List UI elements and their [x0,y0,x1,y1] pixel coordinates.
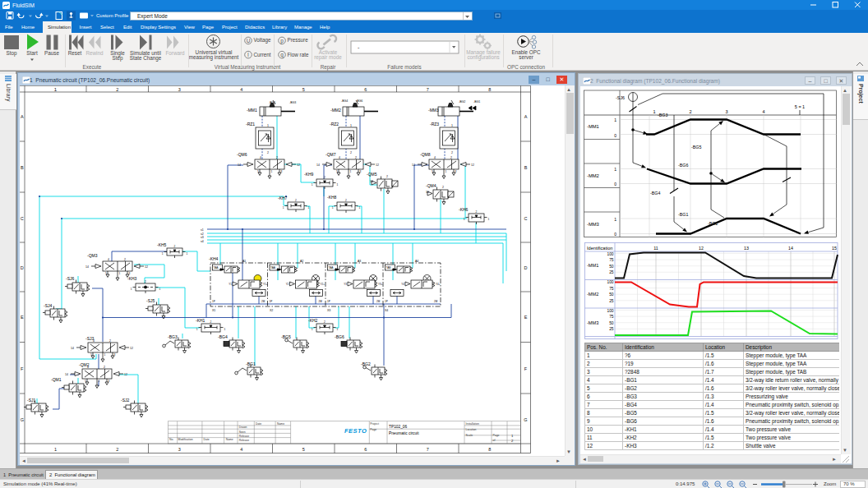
svg-text:-BG2: -BG2 [459,100,465,104]
svg-text:-SJ2: -SJ2 [121,398,130,403]
svg-text:-BG4: -BG4 [341,99,348,103]
svg-text:-MM2: -MM2 [330,108,341,113]
svg-text:Y4: Y4 [401,283,404,286]
svg-text:1: 1 [283,206,284,209]
svg-text:5: 5 [90,353,92,357]
svg-text:Y2+: Y2+ [321,283,326,286]
svg-text:4: 4 [240,447,242,452]
svg-text:12: 12 [471,163,474,167]
svg-text:7: 7 [427,447,429,452]
svg-text:1: 1 [131,288,132,291]
svg-text:X1: X1 [212,309,215,312]
svg-text:-BG6: -BG6 [335,334,344,339]
svg-text:G: G [524,417,527,422]
svg-text:-BG5: -BG5 [269,101,275,104]
svg-text:p: p [280,38,284,44]
svg-text:1P: 1P [385,300,388,303]
svg-text:50: 50 [609,265,614,269]
svg-text:B: B [524,165,528,170]
svg-text:1P: 1P [212,300,215,303]
svg-text:Location: Location [466,428,477,431]
svg-text:2: 2 [174,245,176,248]
svg-text:-QM8: -QM8 [420,152,431,157]
svg-text:A4: A4 [415,260,418,263]
svg-text:-BG6: -BG6 [678,163,688,168]
svg-text:1: 1 [99,380,100,383]
svg-text:2: 2 [451,151,453,154]
svg-text:Name: Name [277,422,284,426]
svg-text:E: E [524,315,528,320]
svg-text:3: 3 [281,170,283,173]
svg-text:A: A [21,114,24,119]
svg-text:2: 2 [450,156,452,159]
svg-text:14: 14 [788,246,793,251]
svg-text:-RZ3: -RZ3 [430,122,439,127]
svg-text:5: 5 [105,272,107,275]
svg-text:50: 50 [609,321,614,325]
svg-text:1: 1 [464,218,465,221]
svg-text:14: 14 [65,373,68,376]
svg-text:-KH7: -KH7 [278,196,288,200]
svg-text:-BG2: -BG2 [708,221,718,226]
svg-text:1: 1 [614,217,616,222]
svg-text:25: 25 [609,270,614,274]
svg-text:Installation: Installation [466,422,479,426]
svg-text:10: 10 [370,180,373,183]
svg-text:-MM1: -MM1 [247,108,257,113]
svg-text:1: 1 [54,87,58,92]
svg-text:-BG4: -BG4 [218,334,228,339]
svg-text:X4: X4 [385,309,388,312]
svg-text:12: 12 [124,373,127,376]
svg-text:2: 2 [442,186,444,189]
svg-text:-BG4: -BG4 [650,191,660,196]
svg-text:TAA: TAA [329,266,335,269]
svg-text:-KH6: -KH6 [459,207,469,212]
svg-text:A3: A3 [358,260,361,263]
svg-text:5 = 1: 5 = 1 [795,104,805,109]
svg-text:5: 5 [432,170,433,173]
svg-text:-BG5: -BG5 [281,334,291,339]
svg-text:2: 2 [276,156,278,159]
svg-text:Y2: Y2 [286,283,289,286]
svg-text:-SJ5: -SJ5 [146,298,155,303]
svg-text:-RZ2: -RZ2 [330,122,339,127]
svg-text:A: A [524,114,528,119]
svg-text:3: 3 [108,380,110,383]
svg-text:3: 3 [360,170,362,173]
svg-text:Y1: Y1 [229,283,232,286]
svg-text:4: 4 [108,258,109,261]
svg-text:X3: X3 [327,309,330,312]
svg-text:2: 2 [116,447,118,452]
svg-text:1: 1 [446,170,447,173]
svg-text:C: C [524,216,528,221]
svg-text:Y3+: Y3+ [378,283,383,286]
svg-text:14: 14 [71,347,74,350]
svg-text:4: 4 [434,156,436,159]
svg-text:2M: 2M [261,300,265,303]
svg-text:X2: X2 [270,309,273,312]
svg-text:100: 100 [607,309,613,313]
svg-text:-KH5: -KH5 [157,242,167,247]
svg-text:1: 1 [350,170,352,173]
svg-text:-MM3: -MM3 [587,320,598,325]
svg-text:1: 1 [119,272,121,275]
svg-text:25: 25 [609,299,614,303]
svg-text:2: 2 [210,320,212,324]
svg-text:14: 14 [238,163,241,167]
svg-text:A2: A2 [300,260,303,263]
svg-text:-MM2: -MM2 [587,173,599,178]
svg-text:-SJ3: -SJ3 [85,336,95,341]
svg-text:-QM1: -QM1 [51,377,62,382]
svg-text:1: 1 [224,328,226,331]
svg-text:G: G [21,417,24,422]
svg-text:12: 12 [297,163,300,167]
svg-text:Page: Page [493,434,500,437]
svg-text:Identification: Identification [587,246,612,251]
svg-text:-BG1: -BG1 [473,100,480,104]
svg-text:4: 4 [339,156,340,159]
svg-text:100: 100 [607,280,613,284]
svg-text:-KH1: -KH1 [196,318,205,323]
svg-text:2M: 2M [434,300,438,303]
svg-text:12: 12 [376,163,379,167]
svg-text:1: 1 [54,447,57,452]
